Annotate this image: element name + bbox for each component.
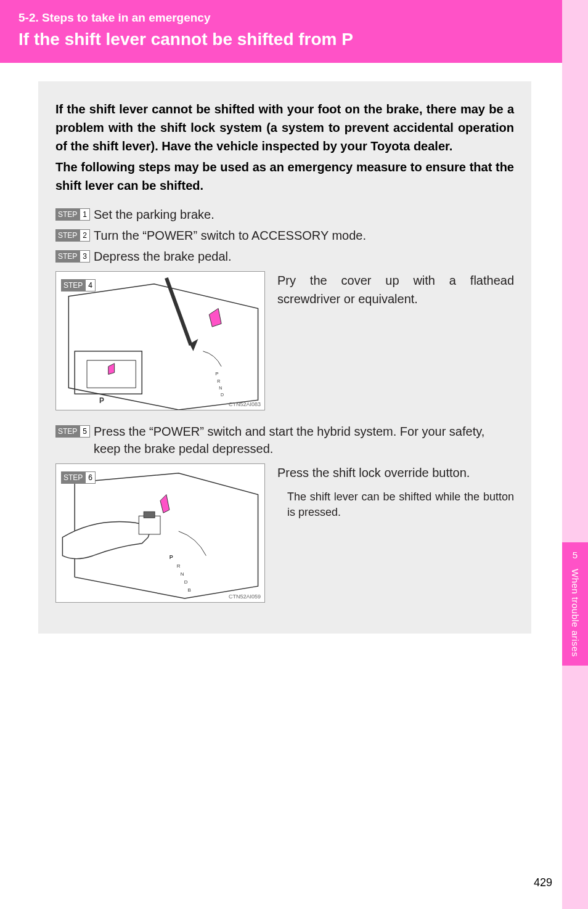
step-2: STEP 2 Turn the “POWER” switch to ACCESS… (55, 227, 514, 244)
step-text-5: Press the “POWER” switch and start the h… (94, 423, 514, 457)
screwdriver-diagram-icon: P P R N D (56, 272, 264, 410)
section-label: 5-2. Steps to take in an emergency (18, 11, 562, 25)
step-badge-2: STEP 2 (55, 229, 90, 242)
step-word: STEP (55, 425, 80, 438)
svg-rect-14 (139, 516, 160, 534)
step-4: STEP 4 P (55, 271, 514, 410)
image-code: CTN52AI083 (229, 401, 261, 407)
press-button-diagram-icon: P R N D B (56, 464, 264, 602)
svg-text:P: P (169, 554, 173, 560)
step-word: STEP (55, 229, 80, 242)
step-badge-5: STEP 5 (55, 425, 90, 438)
step-number: 4 (85, 279, 96, 291)
step-badge-1: STEP 1 (55, 208, 90, 221)
header-band: 5-2. Steps to take in an emergency If th… (0, 0, 562, 63)
step-6: STEP 6 P R N (55, 463, 514, 603)
step-word: STEP (61, 279, 85, 291)
right-rail: 5 When trouble arises (562, 0, 588, 909)
intro-paragraph-2: The following steps may be used as an em… (55, 158, 514, 195)
svg-text:R: R (217, 379, 220, 383)
step-number: 1 (80, 208, 90, 221)
page-container: 5-2. Steps to take in an emergency If th… (0, 0, 588, 909)
step-word: STEP (55, 208, 80, 221)
step-number: 3 (80, 250, 90, 263)
chapter-number: 5 (573, 550, 578, 560)
step-number: 6 (85, 471, 96, 484)
page-number: 429 (534, 876, 552, 889)
svg-marker-1 (68, 284, 258, 410)
section-title: If the shift lever cannot be shifted fro… (18, 30, 562, 49)
figure-step-4: STEP 4 P (55, 271, 265, 410)
svg-rect-15 (144, 512, 155, 518)
step-3: STEP 3 Depress the brake pedal. (55, 248, 514, 265)
steps-area: STEP 1 Set the parking brake. STEP 2 Tur… (55, 206, 514, 603)
image-code: CTN52AI059 (229, 593, 261, 600)
step-subtext-6: The shift lever can be shifted while the… (287, 489, 514, 520)
chapter-tab: 5 When trouble arises (562, 542, 588, 666)
step-number: 5 (80, 425, 90, 438)
step-text-3: Depress the brake pedal. (94, 248, 514, 265)
step-1: STEP 1 Set the parking brake. (55, 206, 514, 223)
chapter-title: When trouble arises (570, 569, 581, 657)
svg-text:P: P (215, 371, 218, 377)
content-box: If the shift lever cannot be shifted wit… (38, 81, 531, 634)
main-column: 5-2. Steps to take in an emergency If th… (0, 0, 562, 909)
intro-paragraph-1: If the shift lever cannot be shifted wit… (55, 100, 514, 155)
figure-step-6: STEP 6 P R N (55, 463, 265, 603)
svg-text:B: B (188, 587, 191, 593)
step-badge-6: STEP 6 (61, 471, 96, 484)
svg-text:D: D (221, 393, 224, 397)
step-number: 2 (80, 229, 90, 242)
step-badge-4: STEP 4 (61, 279, 96, 291)
step-5: STEP 5 Press the “POWER” switch and star… (55, 423, 514, 457)
step-6-side: Press the shift lock override button. Th… (277, 463, 514, 520)
step-word: STEP (55, 250, 80, 263)
svg-text:R: R (177, 563, 181, 569)
step-text-6: Press the shift lock override button. (277, 463, 514, 482)
step-word: STEP (61, 471, 85, 484)
step-text-2: Turn the “POWER” switch to ACCESSORY mod… (94, 227, 514, 244)
svg-text:D: D (184, 579, 188, 585)
svg-text:N: N (219, 386, 222, 390)
step-text-1: Set the parking brake. (94, 206, 514, 223)
svg-text:P: P (99, 396, 104, 405)
step-badge-3: STEP 3 (55, 250, 90, 263)
step-text-4: Pry the cover up with a flathead screwdr… (277, 271, 514, 308)
svg-text:N: N (181, 571, 184, 577)
